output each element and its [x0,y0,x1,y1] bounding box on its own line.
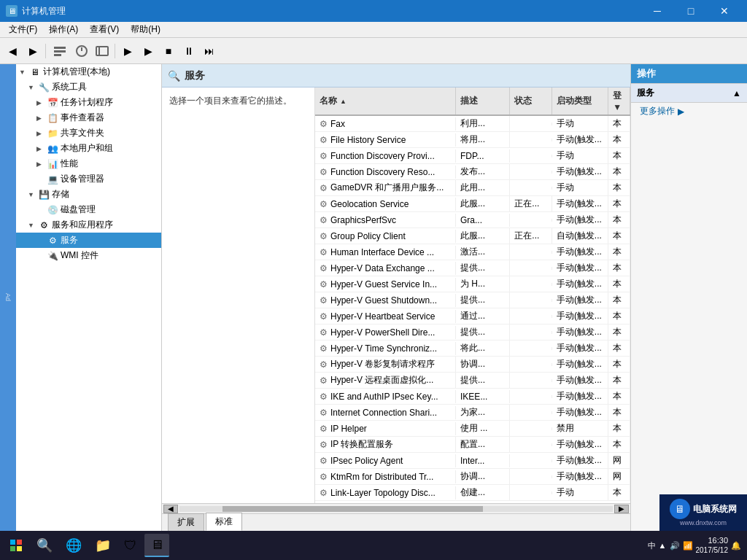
play-button[interactable]: ▶ [118,42,137,61]
col-status-label: 状态 [514,95,532,107]
col-header-startup[interactable]: 启动类型 [552,88,608,114]
tab-standard[interactable]: 标准 [206,513,242,531]
sidebar-item-root[interactable]: ▼ 🖥 计算机管理(本地) [16,64,161,79]
service-row[interactable]: ⚙ Hyper-V Time Synchroniz... 将此... 手动(触发… [315,341,630,357]
menu-help[interactable]: 帮助(H) [125,22,166,37]
sidebar-item-scheduler[interactable]: ▶ 📅 任务计划程序 [16,95,161,110]
services-list[interactable]: ⚙ Fax 利用... 手动 本 ⚙ File History Service … [315,116,630,503]
service-row[interactable]: ⚙ Fax 利用... 手动 本 [315,116,630,132]
sidebar-item-perf[interactable]: ▶ 📊 性能 [16,156,161,171]
skip-button[interactable]: ⏭ [200,42,219,61]
horizontal-scrollbar[interactable]: ◀ ▶ [162,503,630,513]
minimize-button[interactable]: ─ [640,0,674,22]
sidebar-item-svcapp[interactable]: ▼ ⚙ 服务和应用程序 [16,217,161,233]
service-row[interactable]: ⚙ Human Interface Device ... 激活... 手动(触发… [315,244,630,260]
col-desc-label: 描述 [460,95,478,107]
svg-rect-2 [54,54,61,56]
service-desc-cell: 协调... [456,357,510,372]
service-startup-cell: 手动(触发... [552,405,608,420]
service-gear-icon: ⚙ [320,263,328,273]
maximize-button[interactable]: □ [674,0,708,22]
service-row[interactable]: ⚙ Hyper-V Heartbeat Service 通过... 手动(触发.… [315,308,630,324]
sidebar-item-storage[interactable]: ▼ 💾 存储 [16,187,161,202]
service-row[interactable]: ⚙ IKE and AuthIP IPsec Key... IKEE... 手动… [315,389,630,405]
service-row[interactable]: ⚙ Function Discovery Reso... 发布... 手动(触发… [315,164,630,180]
action-more[interactable]: 更多操作 ▶ [631,103,747,120]
scroll-thumb[interactable] [222,506,482,512]
notification-icon[interactable]: 🔔 [731,541,741,551]
service-row[interactable]: ⚙ Hyper-V PowerShell Dire... 提供... 手动(触发… [315,324,630,341]
sort-arrow-icon: ▲ [340,98,347,105]
lang-indicator: 中 [648,540,656,551]
back-button[interactable]: ◀ [3,42,22,61]
service-row[interactable]: ⚙ IPsec Policy Agent Inter... 手动(触发... 网 [315,453,630,469]
col-header-status[interactable]: 状态 [510,88,552,114]
taskbar-security[interactable]: 🛡 [118,534,143,557]
service-row[interactable]: ⚙ GraphicsPerfSvc Gra... 手动(触发... 本 [315,212,630,228]
stop-button[interactable]: ■ [159,42,178,61]
service-row[interactable]: ⚙ IP Helper 使用 ... 禁用 本 [315,421,630,437]
play2-button[interactable]: ▶ [139,42,158,61]
taskbar-mmc[interactable]: 🖥 [144,534,169,557]
svg-rect-7 [10,540,15,545]
sidebar-item-users[interactable]: ▶ 👥 本地用户和组 [16,141,161,156]
sidebar-label-scheduler: 任务计划程序 [61,96,113,109]
service-row[interactable]: ⚙ Link-Layer Topology Disc... 创建... 手动 本 [315,485,630,501]
service-gear-icon: ⚙ [320,359,328,370]
service-row[interactable]: ⚙ GameDVR 和广播用户服务... 此用... 手动 本 [315,180,630,196]
col-header-login[interactable]: 登▼ [608,88,630,114]
service-row[interactable]: ⚙ Internet Connection Shari... 为家... 手动(… [315,405,630,421]
service-name-cell: ⚙ Hyper-V Guest Service In... [315,278,456,291]
bottom-tabs: 扩展 标准 [162,513,630,531]
clock[interactable]: 16:30 [696,536,729,545]
service-row[interactable]: ⚙ KtmRm for Distributed Tr... 协调... 手动(触… [315,469,630,485]
sidebar-item-services[interactable]: ⚙ 服务 [16,233,161,248]
sidebar-item-devmgr[interactable]: 💻 设备管理器 [16,171,161,187]
sidebar-item-diskmgmt[interactable]: 💿 磁盘管理 [16,202,161,217]
service-row[interactable]: ⚙ File History Service 将用... 手动(触发... 本 [315,132,630,148]
service-name-cell: ⚙ Hyper-V 卷影复制请求程序 [315,357,456,372]
icon-scheduler: 📅 [47,97,58,109]
service-gear-icon: ⚙ [320,472,328,482]
pause-button[interactable]: ⏸ [179,42,198,61]
scroll-left-btn[interactable]: ◀ [163,505,178,513]
service-row[interactable]: ⚙ Hyper-V 卷影复制请求程序 协调... 手动(触发... 本 [315,357,630,373]
service-row[interactable]: ⚙ Geolocation Service 此服... 正在... 手动(触发.… [315,196,630,212]
menu-view[interactable]: 查看(V) [84,22,125,37]
service-row[interactable]: ⚙ Hyper-V Guest Service In... 为 H... 手动(… [315,276,630,292]
toolbar-btn-1[interactable] [49,42,71,61]
service-row[interactable]: ⚙ Hyper-V Data Exchange ... 提供... 手动(触发.… [315,260,630,276]
service-status-cell [510,443,552,446]
service-row[interactable]: ⚙ Group Policy Client 此服... 正在... 自动(触发.… [315,228,630,244]
sidebar-item-tools[interactable]: ▼ 🔧 系统工具 [16,79,161,95]
service-row[interactable]: ⚙ Hyper-V 远程桌面虚拟化... 提供... 手动(触发... 本 [315,373,630,389]
chevron-up-icon[interactable]: ▲ [659,541,667,550]
close-button[interactable]: ✕ [708,0,741,22]
date[interactable]: 2017/5/12 [696,546,729,555]
service-row[interactable]: ⚙ IP 转换配置服务 配置... 手动(触发... 本 [315,437,630,453]
scroll-right-btn[interactable]: ▶ [614,505,629,513]
start-button[interactable] [3,532,29,559]
sidebar-item-wmi[interactable]: 🔌 WMI 控件 [16,248,161,263]
sidebar-item-shared[interactable]: ▶ 📁 共享文件夹 [16,125,161,141]
taskbar-explorer[interactable]: 📁 [89,534,117,557]
sidebar-item-eventviewer[interactable]: ▶ 📋 事件查看器 [16,110,161,125]
col-header-name[interactable]: 名称 ▲ [315,88,456,114]
toolbar-btn-2[interactable] [72,42,91,61]
taskbar-search[interactable]: 🔍 [31,534,58,557]
tab-expand[interactable]: 扩展 [168,513,204,531]
menu-action[interactable]: 操作(A) [43,22,84,37]
service-startup-cell: 手动 [552,485,608,500]
service-status-cell [510,363,552,366]
taskbar-edge[interactable]: 🌐 [60,534,88,557]
toolbar-btn-3[interactable] [93,42,112,61]
service-startup-cell: 手动(触发... [552,164,608,179]
service-name: Hyper-V Data Exchange ... [330,263,435,273]
service-name-cell: ⚙ Group Policy Client [315,230,456,243]
service-row[interactable]: ⚙ Hyper-V Guest Shutdown... 提供... 手动(触发.… [315,292,630,308]
menu-file[interactable]: 文件(F) [3,22,43,37]
col-header-desc[interactable]: 描述 [456,88,510,114]
forward-button[interactable]: ▶ [23,42,42,61]
toolbar: ◀ ▶ ▶ ▶ ■ ⏸ ⏭ [0,38,747,64]
service-row[interactable]: ⚙ Function Discovery Provi... FDP... 手动 … [315,148,630,164]
